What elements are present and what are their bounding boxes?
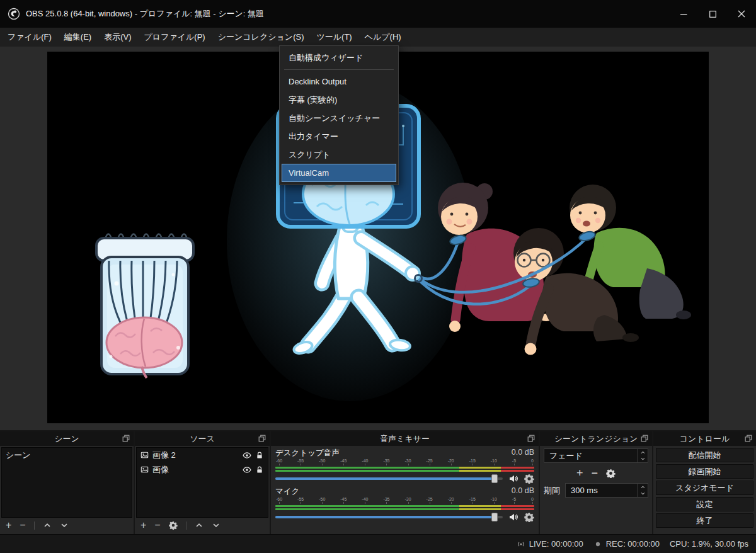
mute-speaker-icon[interactable] (508, 512, 518, 522)
menu-scene-collection[interactable]: シーンコレクション(S) (212, 28, 311, 47)
toolbar-divider (34, 522, 35, 530)
settings-button[interactable]: 設定 (656, 497, 753, 511)
channel-level-db: 0.0 dB (512, 448, 534, 459)
lock-icon[interactable] (255, 465, 264, 474)
controls-dock-body: 配信開始 録画開始 スタジオモード 設定 終了 (653, 446, 756, 534)
sources-dock-header[interactable]: ソース (135, 431, 270, 446)
titlebar: OBS 25.0.8 (64-bit, windows) - プロファイル: 無… (0, 0, 756, 28)
source-name: 画像 (152, 464, 239, 476)
transition-properties-gear-icon[interactable] (606, 469, 616, 478)
float-dock-icon[interactable] (640, 434, 649, 443)
lock-icon[interactable] (255, 451, 264, 460)
move-scene-up-button[interactable] (43, 521, 52, 530)
menu-tools[interactable]: ツール(T) (310, 28, 358, 47)
move-scene-down-button[interactable] (60, 521, 69, 530)
menu-item-decklink-output[interactable]: Decklink Output (280, 72, 398, 91)
volume-meter (275, 467, 534, 472)
source-properties-gear-icon[interactable] (169, 521, 178, 530)
source-list-item[interactable]: 画像 (137, 462, 268, 477)
eye-icon[interactable] (243, 465, 251, 474)
transition-select[interactable]: フェード (544, 448, 648, 463)
channel-settings-gear-icon[interactable] (524, 474, 534, 484)
image-source-icon (140, 451, 149, 459)
duration-value: 300 ms (571, 486, 637, 495)
menu-edit[interactable]: 編集(E) (58, 28, 98, 47)
volume-slider-handle[interactable] (491, 474, 498, 483)
toolbar-divider (186, 522, 186, 530)
mute-speaker-icon[interactable] (508, 474, 518, 484)
sources-dock-body: 画像 2 画像 + − (135, 446, 270, 534)
transitions-dock-header[interactable]: シーントランジション (540, 431, 652, 446)
float-dock-icon[interactable] (744, 434, 753, 443)
float-dock-icon[interactable] (527, 434, 536, 443)
cpu-fps-stats: CPU: 1.9%, 30.00 fps (670, 539, 748, 549)
scenes-dock: シーン シーン + − (0, 431, 134, 534)
mixer-channel-desktop-audio: デスクトップ音声 0.0 dB -60-55-50-45-40-35-30-25… (275, 448, 534, 484)
chevron-up-icon (640, 484, 646, 490)
duration-increase-button[interactable] (638, 484, 648, 491)
remove-source-button[interactable]: − (154, 520, 160, 530)
sources-toolbar: + − (136, 518, 268, 533)
live-status: LIVE: 00:00:00 (517, 539, 583, 549)
source-list-item[interactable]: 画像 2 (137, 448, 268, 462)
volume-slider[interactable] (275, 516, 503, 518)
close-icon (738, 10, 745, 18)
remove-transition-button[interactable]: − (592, 467, 598, 479)
menu-item-scripts[interactable]: スクリプト (280, 145, 398, 164)
rec-time: REC: 00:00:00 (606, 539, 660, 549)
eye-icon[interactable] (243, 451, 251, 460)
menu-item-auto-scene-switcher[interactable]: 自動シーンスイッチャー (280, 109, 398, 127)
window-controls (669, 0, 756, 28)
start-recording-button[interactable]: 録画開始 (656, 464, 753, 479)
start-streaming-button[interactable]: 配信開始 (656, 448, 753, 462)
controls-dock-header[interactable]: コントロール (653, 431, 756, 446)
source-name: 画像 2 (152, 450, 239, 461)
move-source-down-button[interactable] (212, 521, 220, 530)
maximize-icon (709, 11, 716, 18)
menubar: ファイル(F) 編集(E) 表示(V) プロファイル(P) シーンコレクション(… (0, 28, 756, 47)
mixer-dock-title: 音声ミキサー (380, 433, 430, 445)
transitions-dock-body: フェード + − 期間 300 ms (540, 446, 652, 534)
menu-item-virtualcam[interactable]: VirtualCam (282, 164, 396, 182)
minimize-button[interactable] (669, 0, 698, 28)
volume-meter (275, 505, 534, 510)
duration-decrease-button[interactable] (638, 491, 648, 498)
menu-item-auto-config-wizard[interactable]: 自動構成ウィザード (280, 48, 398, 67)
channel-level-db: 0.0 dB (512, 486, 534, 497)
menu-view[interactable]: 表示(V) (98, 28, 137, 47)
add-scene-button[interactable]: + (6, 520, 11, 530)
mixer-channel-mic: マイク 0.0 dB -60-55-50-45-40-35-30-25-20-1… (275, 486, 534, 522)
brain-jar (96, 234, 193, 379)
crawling-people (438, 183, 691, 355)
scene-list-item[interactable]: シーン (2, 448, 132, 462)
menu-item-captions[interactable]: 字幕 (実験的) (280, 91, 398, 109)
channel-settings-gear-icon[interactable] (524, 512, 534, 522)
source-list: 画像 2 画像 (136, 447, 268, 518)
menu-help[interactable]: ヘルプ(H) (358, 28, 408, 47)
menu-file[interactable]: ファイル(F) (1, 28, 58, 47)
move-source-up-button[interactable] (195, 521, 203, 530)
float-dock-icon[interactable] (258, 434, 266, 443)
add-transition-button[interactable]: + (576, 467, 583, 479)
mixer-dock-header[interactable]: 音声ミキサー (271, 431, 539, 446)
obs-logo-icon (8, 8, 20, 20)
exit-button[interactable]: 終了 (656, 513, 753, 528)
menu-profile[interactable]: プロファイル(P) (138, 28, 212, 47)
scenes-dock-header[interactable]: シーン (0, 431, 134, 446)
sources-dock: ソース 画像 2 画像 (135, 431, 270, 534)
studio-mode-button[interactable]: スタジオモード (656, 481, 753, 495)
channel-name: デスクトップ音声 (275, 448, 340, 459)
remove-scene-button[interactable]: − (20, 520, 25, 530)
maximize-button[interactable] (698, 0, 727, 28)
volume-slider[interactable] (275, 477, 503, 480)
scenes-toolbar: + − (1, 518, 132, 533)
menu-separator (284, 69, 394, 70)
mixer-dock-body: デスクトップ音声 0.0 dB -60-55-50-45-40-35-30-25… (271, 446, 539, 534)
close-button[interactable] (727, 0, 756, 28)
duration-spinbox[interactable]: 300 ms (565, 483, 648, 498)
float-dock-icon[interactable] (122, 434, 130, 443)
volume-slider-handle[interactable] (491, 513, 498, 522)
menu-item-output-timer[interactable]: 出力タイマー (280, 127, 398, 145)
transition-select-spinner[interactable] (637, 449, 648, 462)
add-source-button[interactable]: + (140, 520, 146, 530)
